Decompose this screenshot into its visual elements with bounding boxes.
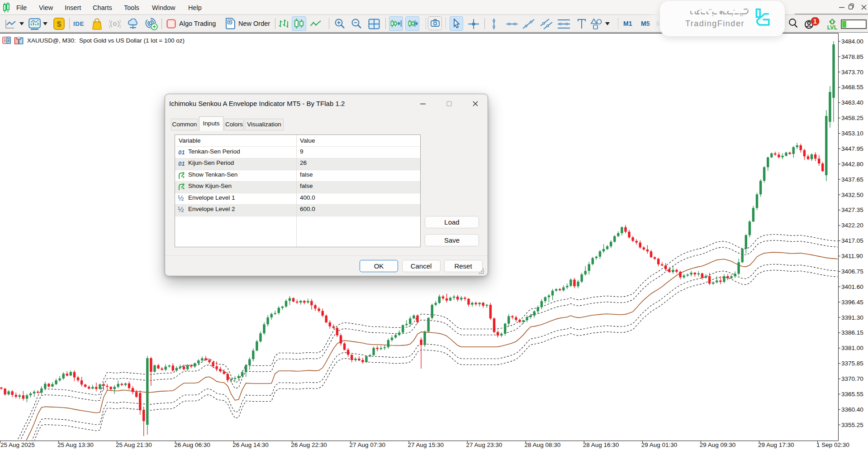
svg-text:3432.50: 3432.50 bbox=[841, 192, 863, 198]
svg-text:25 Aug 2025: 25 Aug 2025 bbox=[0, 441, 35, 448]
svg-text:26 Aug 22:30: 26 Aug 22:30 bbox=[291, 441, 327, 448]
svg-text:3381.00: 3381.00 bbox=[841, 345, 863, 351]
svg-text:3375.85: 3375.85 bbox=[841, 360, 863, 367]
svg-text:26 Aug 06:30: 26 Aug 06:30 bbox=[174, 441, 210, 448]
svg-text:3422.20: 3422.20 bbox=[841, 222, 863, 229]
svg-text:1 Sep 02:30: 1 Sep 02:30 bbox=[816, 441, 849, 448]
svg-text:3360.40: 3360.40 bbox=[841, 406, 863, 413]
svg-text:27 Aug 07:30: 27 Aug 07:30 bbox=[349, 441, 385, 448]
svg-text:3406.75: 3406.75 bbox=[841, 268, 863, 275]
svg-text:3417.05: 3417.05 bbox=[841, 237, 863, 244]
svg-text:27 Aug 23:30: 27 Aug 23:30 bbox=[466, 441, 503, 448]
svg-text:3411.90: 3411.90 bbox=[841, 253, 863, 259]
svg-text:3396.45: 3396.45 bbox=[841, 299, 863, 306]
svg-text:3458.25: 3458.25 bbox=[841, 115, 863, 121]
svg-text:3437.65: 3437.65 bbox=[841, 176, 863, 183]
svg-text:3468.55: 3468.55 bbox=[841, 84, 863, 91]
svg-text:27 Aug 15:30: 27 Aug 15:30 bbox=[408, 441, 444, 448]
svg-text:28 Aug 08:30: 28 Aug 08:30 bbox=[525, 441, 561, 448]
svg-text:3370.70: 3370.70 bbox=[841, 375, 863, 382]
svg-text:3453.10: 3453.10 bbox=[841, 130, 863, 137]
svg-text:1: 1 bbox=[813, 18, 817, 25]
svg-text:$: $ bbox=[57, 20, 62, 29]
svg-text:29 Aug 09:30: 29 Aug 09:30 bbox=[700, 441, 736, 448]
svg-text:3484.00: 3484.00 bbox=[841, 38, 863, 45]
svg-text:3478.85: 3478.85 bbox=[841, 53, 863, 60]
svg-text:28 Aug 16:30: 28 Aug 16:30 bbox=[583, 441, 619, 448]
svg-text:25 Aug 13:30: 25 Aug 13:30 bbox=[57, 441, 94, 448]
svg-text:3386.15: 3386.15 bbox=[841, 329, 863, 336]
svg-text:LVL: LVL bbox=[827, 24, 838, 30]
svg-text:3401.60: 3401.60 bbox=[841, 283, 863, 290]
svg-text:29 Aug 01:30: 29 Aug 01:30 bbox=[641, 441, 678, 448]
svg-text:3391.30: 3391.30 bbox=[841, 314, 863, 321]
svg-text:25 Aug 21:30: 25 Aug 21:30 bbox=[116, 441, 152, 448]
svg-text:26 Aug 14:30: 26 Aug 14:30 bbox=[232, 441, 269, 448]
svg-text:3447.95: 3447.95 bbox=[841, 145, 863, 152]
svg-text:3463.40: 3463.40 bbox=[841, 99, 863, 106]
svg-text:29 Aug 17:30: 29 Aug 17:30 bbox=[758, 441, 794, 448]
svg-text:3473.70: 3473.70 bbox=[841, 69, 863, 76]
svg-text:3427.35: 3427.35 bbox=[841, 206, 863, 213]
svg-text:3355.25: 3355.25 bbox=[841, 422, 863, 428]
svg-text:3365.55: 3365.55 bbox=[841, 391, 863, 398]
svg-text:3442.80: 3442.80 bbox=[841, 161, 863, 168]
